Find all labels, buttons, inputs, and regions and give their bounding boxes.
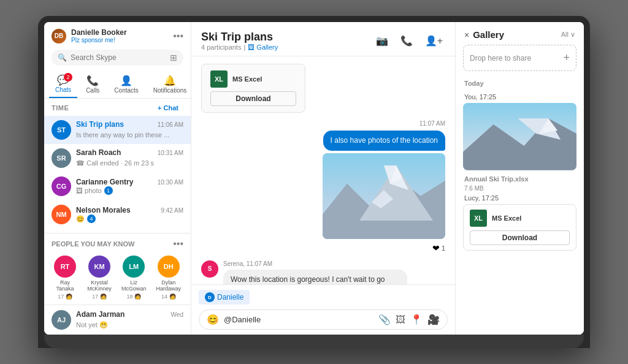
gallery-user-label: You, 17:25 [456, 91, 584, 103]
gallery-filter[interactable]: All ∨ [561, 31, 575, 39]
chat-item-name: Carianne Gentry [76, 178, 133, 186]
chat-item-preview: Is there any way to pin these ... [76, 131, 169, 138]
video-call-button[interactable]: 📷 [373, 32, 391, 49]
chat-item-time: 10:31 AM [158, 150, 183, 156]
chat-item-name: Sarah Roach [76, 148, 121, 157]
gallery-file-size: 7.6 MB [464, 185, 484, 192]
search-bar[interactable]: 🔍 ⊞ [52, 50, 183, 66]
user-display-name: Danielle Booker [71, 28, 127, 37]
chat-item-top: Nelson Morales 9:42 AM [76, 206, 183, 214]
person-card[interactable]: KM KrystalMcKinney 17 🧑 [83, 253, 115, 302]
chat-actions: 📷 📞 👤+ [373, 32, 445, 49]
mention-suggestion[interactable]: D Danielle [199, 290, 250, 305]
chat-item-top: Sarah Roach 10:31 AM [76, 148, 183, 157]
mention-text: Danielle [217, 293, 243, 301]
chat-item-time: 9:42 AM [161, 207, 183, 214]
chat-item-preview: 🖼 photo [76, 187, 102, 194]
chat-item-cassandra[interactable]: CD Cassandra Drunn 9:42 AM ☎ Call ended … [44, 229, 191, 233]
chat-item-nelson[interactable]: NM Nelson Morales 9:42 AM 😊 4 [44, 200, 191, 229]
person-card[interactable]: RT RayTanaka 17 🧑 [49, 253, 81, 302]
chat-item-ski-trip[interactable]: ST Ski Trip plans 11:06 AM Is there any … [44, 116, 191, 144]
sidebar: DB Danielle Booker Plz sponsor me! ••• 🔍… [44, 22, 191, 335]
person-avatar: RT [54, 256, 76, 278]
heart-reaction[interactable]: ❤ [432, 243, 440, 253]
tab-chats[interactable]: 💬 Chats 2 [49, 70, 77, 98]
section-header: TIME + Chat [44, 99, 191, 116]
message-bubble-sent: I also have photos of the location [323, 131, 445, 151]
person-meta: 17 🧑 [92, 294, 107, 300]
add-person-button[interactable]: 👤+ [423, 32, 445, 49]
people-more-icon[interactable]: ••• [173, 238, 183, 249]
person-card[interactable]: LM LizMcGowan 18 🧑 [118, 253, 150, 302]
avatar: AJ [52, 310, 71, 330]
person-meta: 17 🧑 [58, 294, 72, 300]
chat-item-preview: Not yet 😬 [76, 321, 108, 328]
gallery-header: × Gallery All ∨ [456, 22, 584, 45]
chat-item-carianne[interactable]: CG Carianne Gentry 10:30 AM 🖼 photo 1 [44, 172, 191, 200]
tab-chats-label: Chats [55, 86, 71, 93]
image-icon[interactable]: 🖼 [396, 314, 405, 325]
chat-notification-badge: 1 [104, 186, 113, 195]
avatar: SR [52, 148, 71, 168]
gallery-file-label: MS Excel [492, 214, 521, 222]
new-chat-button[interactable]: + Chat [153, 102, 183, 113]
person-name: DylanHardaway [156, 279, 182, 292]
gallery-file-title: Annual Ski Trip.xlsx [456, 170, 584, 184]
grid-icon[interactable]: ⊞ [170, 53, 177, 63]
tab-notifications[interactable]: 🔔 Notifications [147, 71, 193, 97]
drop-plus-icon[interactable]: + [563, 51, 570, 64]
person-avatar: KM [88, 256, 110, 278]
laptop-base [44, 335, 584, 348]
chat-item-time: 10:30 AM [158, 179, 183, 186]
video-icon[interactable]: 🎥 [427, 314, 440, 325]
search-input[interactable] [71, 53, 166, 62]
chat-item-top: Adam Jarman Wed [76, 310, 183, 319]
more-icon[interactable]: ••• [173, 31, 183, 42]
chat-item-name: Ski Trip plans [76, 120, 124, 129]
file-card: XL MS Excel Download [201, 64, 305, 113]
mountain-image [323, 153, 445, 239]
phone-call-button[interactable]: 📞 [398, 32, 415, 49]
message-bubble-received: Wow this location is gorgeous! I can't w… [223, 270, 407, 284]
file-label: MS Excel [232, 75, 262, 83]
drop-zone[interactable]: Drop here to share + [463, 45, 576, 71]
chat-input[interactable] [224, 315, 373, 324]
gallery-close-button[interactable]: × [464, 30, 469, 40]
person-name: RayTanaka [56, 279, 74, 292]
file-icon-row: XL MS Excel [210, 70, 296, 88]
location-icon[interactable]: 📍 [410, 314, 423, 325]
tab-calls[interactable]: 📞 Calls [80, 71, 105, 97]
download-button[interactable]: Download [210, 91, 296, 106]
file-message: XL MS Excel Download [201, 64, 324, 113]
emoji-button[interactable]: 😊 [207, 314, 219, 325]
main-chat: Ski Trip plans 4 participants | 🖼 Galler… [191, 22, 455, 335]
gallery-image [463, 103, 576, 170]
user-subtitle: Plz sponsor me! [71, 37, 127, 44]
gallery-download-button[interactable]: Download [470, 230, 570, 245]
file-icon-row: XL MS Excel [470, 210, 570, 227]
chat-item-sarah[interactable]: SR Sarah Roach 10:31 AM ☎ Call ended · 2… [44, 144, 191, 172]
people-header: PEOPLE YOU MAY KNOW ••• [44, 238, 191, 253]
contacts-icon: 👤 [120, 75, 132, 86]
attachment-icon[interactable]: 📎 [378, 314, 391, 325]
person-card[interactable]: DH DylanHardaway 14 🧑 [153, 253, 185, 302]
sidebar-header: DB Danielle Booker Plz sponsor me! ••• [44, 22, 191, 47]
notif-icon: 🔔 [164, 75, 176, 86]
chat-item-time: Wed [171, 311, 183, 318]
chat-title-group: Ski Trip plans 4 participants | 🖼 Galler… [201, 31, 278, 51]
chat-notification-badge: 4 [87, 214, 96, 223]
bottom-contact[interactable]: AJ Adam Jarman Wed Not yet 😬 [44, 305, 191, 335]
gallery-title-row: × Gallery [464, 29, 504, 40]
avatar: NM [52, 205, 71, 224]
gallery-file-card: XL MS Excel Download [463, 204, 576, 251]
message-meta: Serena, 11:07 AM [223, 260, 272, 267]
person-avatar: DH [158, 256, 180, 278]
chat-item-info: Carianne Gentry 10:30 AM 🖼 photo 1 [76, 178, 183, 195]
person-name: KrystalMcKinney [87, 279, 112, 292]
gallery-link[interactable]: 🖼 Gallery [248, 44, 278, 51]
chat-list: ST Ski Trip plans 11:06 AM Is there any … [44, 116, 191, 233]
tab-contacts-label: Contacts [114, 87, 138, 94]
section-title: TIME [52, 104, 69, 112]
person-meta: 18 🧑 [127, 294, 142, 300]
tab-contacts[interactable]: 👤 Contacts [108, 71, 144, 97]
